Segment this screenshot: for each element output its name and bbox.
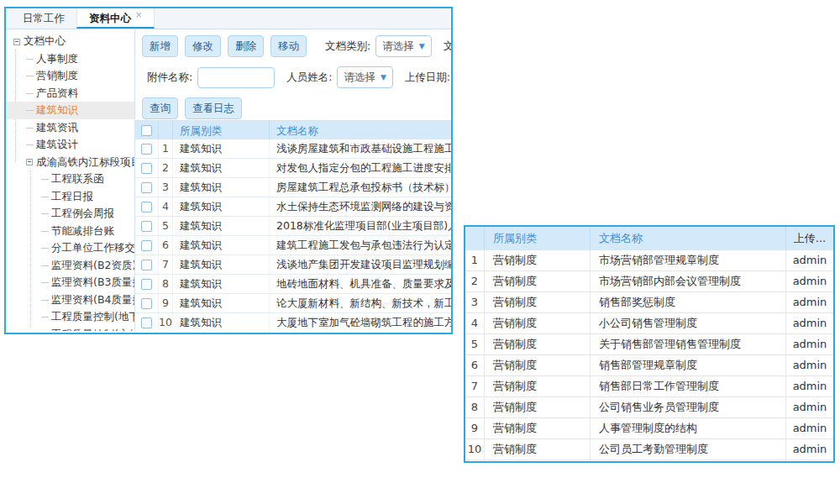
row-checkbox[interactable] [141,298,152,309]
doc-category-select[interactable]: 请选择 ▼ [375,35,431,57]
row-checkbox[interactable] [141,221,152,232]
table-row[interactable]: 5 建筑知识 2018标准化监理项目部(业主项目部)人员... [135,217,451,236]
tree-item-label: 工程质量控制(主体结构) [51,328,135,332]
row-doc-name: 浅谈地产集团开发建设项目监理规划编... [270,255,451,274]
view-log-button[interactable]: 查看日志 [185,97,242,119]
row-checkbox[interactable] [141,260,152,270]
tree-item[interactable]: 监理资料(B2资质) [6,257,134,275]
edit-button[interactable]: 修改 [185,35,221,57]
tree-item-label: 工程日报 [51,190,93,202]
delete-button[interactable]: 删除 [228,35,264,57]
tree-item[interactable]: 建筑知识 [6,102,134,119]
tree-item[interactable]: 产品资料 [6,85,134,102]
row-uploader: admin [786,250,833,270]
toolbar-row-actions: 新增 修改 删除 移动 文档类别: 请选择 ▼ 文档名称: [135,35,451,57]
table-row[interactable]: 1 营销制度 市场营销部管理规章制度 admin [465,250,833,271]
row-index: 2 [159,159,173,177]
doc-category-value: 请选择 [382,39,414,54]
move-button[interactable]: 移动 [270,35,307,57]
table-row[interactable]: 6 建筑知识 建筑工程施工发包与承包违法行为认定... [135,236,451,255]
tab-close-icon[interactable]: × [135,10,142,19]
document-list-area: 新增 修改 删除 移动 文档类别: 请选择 ▼ 文档名称: 附件名称: 人员姓名… [135,29,451,331]
tree-item-label: 分工单位工作移交 [51,241,135,254]
tree-item[interactable]: 分工单位工作移交 [6,239,134,257]
tree-item[interactable]: 营销制度 [6,67,134,85]
row-checkbox[interactable] [141,202,152,213]
header-index [159,121,173,139]
row-uploader: admin [786,334,833,354]
tree-item[interactable]: 成渝高铁内江标段项目 [6,154,134,171]
tree-item-label: 建筑资讯 [36,121,78,134]
tab-data-center[interactable]: 资料中心× [76,8,155,29]
person-name-select[interactable]: 请选择 ▼ [337,66,392,88]
row-checkbox[interactable] [141,163,152,174]
table-row[interactable]: 5 营销制度 关于销售部管理销售管理制度 admin [465,334,833,355]
row-index: 7 [159,255,173,274]
row-index: 1 [159,139,173,158]
table-row[interactable]: 9 建筑知识 论大厦新材料、新结构、新技术，新工... [135,294,451,313]
table-row[interactable]: 7 建筑知识 浅谈地产集团开发建设项目监理规划编... [135,255,451,275]
row-index: 7 [465,376,485,396]
table-row[interactable]: 6 营销制度 销售部管理规章制度 admin [465,355,833,376]
tree-item[interactable]: 工程质量控制(主体结构) [6,326,134,332]
table-row[interactable]: 4 营销制度 小公司销售管理制度 admin [465,313,833,334]
tree-item[interactable]: 节能减排台账 [6,223,134,240]
row-doc-name: 小公司销售管理制度 [591,313,786,333]
table-row[interactable]: 3 建筑知识 房屋建筑工程总承包投标书（技术标）... [135,178,451,197]
tree-item[interactable]: 人事制度 [6,50,134,68]
table-header-row: 所属别类 文档名称 [135,120,451,139]
query-button[interactable]: 查询 [142,97,178,119]
row-doc-name: 人事管理制度的结构 [591,418,786,438]
tree-item[interactable]: 工程联系函 [6,171,134,188]
table-row[interactable]: 9 营销制度 人事管理制度的结构 admin [465,418,833,439]
collapse-icon[interactable] [13,39,20,45]
table-row[interactable]: 7 营销制度 销售部日常工作管理制度 admin [465,376,833,397]
row-checkbox[interactable] [141,318,152,328]
row-uploader: admin [786,271,833,291]
tree-item[interactable]: 文档中心 [6,33,134,50]
row-doc-name: 销售部奖惩制度 [591,292,786,312]
attachment-name-input[interactable] [197,67,275,88]
tree-item[interactable]: 工程日报 [6,188,134,206]
row-doc-name: 对发包人指定分包的工程施工进度安排... [270,159,451,177]
table-row[interactable]: 2 建筑知识 对发包人指定分包的工程施工进度安排... [135,159,451,178]
tree-item[interactable]: 建筑设计 [6,136,134,154]
table-row[interactable]: 8 营销制度 公司销售业务员管理制度 admin [465,397,833,418]
person-name-value: 请选择 [344,71,375,85]
row-checkbox[interactable] [141,240,152,251]
tree-connector-icon [41,317,49,318]
row-index: 3 [465,292,485,312]
table-row[interactable]: 10 建筑知识 大厦地下室加气砼墙砌筑工程的施工方... [135,313,451,331]
header-uploader: 上传... [786,227,833,250]
table-row[interactable]: 3 营销制度 销售部奖惩制度 admin [465,292,833,313]
table-row[interactable]: 4 建筑知识 水土保持生态环境监测网络的建设与资... [135,197,451,217]
tree-item[interactable]: 建筑资讯 [6,119,134,137]
preview-table-panel: 所属别类 文档名称 上传... 1 营销制度 市场营销部管理规章制度 admin… [464,225,835,463]
row-category: 建筑知识 [173,178,270,197]
tree-item[interactable]: 监理资料(B4质量控制) [6,291,134,309]
table-row[interactable]: 2 营销制度 市场营销部内部会议管理制度 admin [465,271,833,292]
table-row[interactable]: 8 建筑知识 地砖地面材料、机具准备、质量要求及... [135,275,451,294]
tree-connector-icon [26,144,34,145]
row-checkbox[interactable] [141,182,152,193]
chevron-down-icon: ▼ [381,73,386,81]
attachment-name-label: 附件名称: [147,71,192,85]
row-checkbox[interactable] [141,144,152,155]
select-all-checkbox[interactable] [141,125,152,136]
collapse-icon[interactable] [26,159,33,165]
add-button[interactable]: 新增 [142,35,178,57]
tree-item[interactable]: 监理资料(B3质量控制) [6,274,134,291]
row-doc-name: 浅谈房屋建筑和市政基础设施工程施工... [270,139,451,158]
row-index: 4 [465,313,485,333]
table-row[interactable]: 10 营销制度 公司员工考勤管理制度 admin [465,439,833,460]
row-category: 营销制度 [485,418,591,438]
tab-daily-work[interactable]: 日常工作 [11,8,76,29]
tree-item-label: 监理资料(B3质量控制) [51,276,135,288]
tree-item[interactable]: 工程例会周报 [6,205,134,223]
table-row[interactable]: 1 建筑知识 浅谈房屋建筑和市政基础设施工程施工... [135,139,451,159]
row-index: 10 [465,439,485,459]
row-index: 1 [465,250,485,270]
tree-item[interactable]: 工程质量控制(地下室) [6,308,134,326]
row-index: 9 [465,418,485,438]
row-checkbox[interactable] [141,279,152,290]
